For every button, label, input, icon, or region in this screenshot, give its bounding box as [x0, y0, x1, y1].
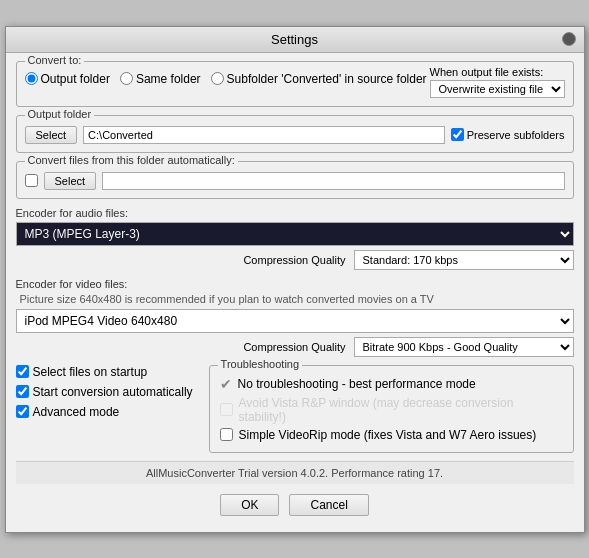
audio-encoder-section: Encoder for audio files: MP3 (MPEG Layer…: [16, 207, 574, 270]
video-compression-row: Compression Quality Bitrate 900 Kbps - G…: [16, 337, 574, 357]
troubleshoot-content: ✔ No troubleshooting - best performance …: [220, 372, 563, 442]
no-troubleshoot-row: ✔ No troubleshooting - best performance …: [220, 376, 563, 392]
advanced-mode-label: Advanced mode: [33, 405, 120, 419]
output-folder-select-btn[interactable]: Select: [25, 126, 78, 144]
checkboxes-col: Select files on startup Start conversion…: [16, 365, 193, 453]
convert-to-section: Convert to: Output folder Same folder Su…: [16, 61, 574, 107]
footer-bar: AllMusicConverter Trial version 4.0.2. P…: [16, 461, 574, 484]
buttons-row: OK Cancel: [16, 490, 574, 524]
when-output-section: When output file exists: Overwrite exist…: [430, 66, 565, 98]
start-conversion-row[interactable]: Start conversion automatically: [16, 385, 193, 399]
radio-same-folder[interactable]: Same folder: [120, 72, 201, 86]
troubleshooting-box: Troubleshooting ✔ No troubleshooting - b…: [209, 365, 574, 453]
radio-same-folder-label: Same folder: [136, 72, 201, 86]
advanced-mode-row[interactable]: Advanced mode: [16, 405, 193, 419]
auto-convert-path-input[interactable]: [102, 172, 564, 190]
select-files-label: Select files on startup: [33, 365, 148, 379]
radio-same-folder-input[interactable]: [120, 72, 133, 85]
preserve-subfolders-label[interactable]: Preserve subfolders: [451, 128, 565, 141]
ok-button[interactable]: OK: [220, 494, 279, 516]
avoid-vista-text: Avoid Vista R&P window (may decrease con…: [239, 396, 563, 424]
no-troubleshoot-text: No troubleshooting - best performance mo…: [238, 377, 476, 391]
audio-encoder-select[interactable]: MP3 (MPEG Layer-3) AAC OGG WMA FLAC: [16, 222, 574, 246]
video-encoder-select[interactable]: iPod MPEG4 Video 640x480 AVI MP4 MOV: [16, 309, 574, 333]
audio-compression-row: Compression Quality Standard: 170 kbps H…: [16, 250, 574, 270]
troubleshooting-title: Troubleshooting: [218, 358, 302, 370]
radio-subfolder-input[interactable]: [211, 72, 224, 85]
auto-convert-select-btn[interactable]: Select: [44, 172, 97, 190]
video-encoder-label: Encoder for video files:: [16, 278, 574, 290]
radio-output-folder-label: Output folder: [41, 72, 110, 86]
video-compression-label: Compression Quality: [243, 341, 345, 353]
advanced-mode-checkbox[interactable]: [16, 405, 29, 418]
video-encoder-note: Picture size 640x480 is recommended if y…: [16, 293, 574, 305]
footer-text: AllMusicConverter Trial version 4.0.2. P…: [146, 467, 443, 479]
auto-convert-checkbox[interactable]: [25, 174, 38, 187]
when-output-label: When output file exists:: [430, 66, 544, 78]
convert-to-label: Convert to:: [25, 54, 85, 66]
title-bar: Settings: [6, 27, 584, 53]
radio-output-folder-input[interactable]: [25, 72, 38, 85]
simple-videorip-text: Simple VideoRip mode (fixes Vista and W7…: [239, 428, 537, 442]
avoid-vista-checkbox[interactable]: [220, 403, 233, 416]
output-folder-row: Select Preserve subfolders: [25, 120, 565, 144]
avoid-vista-row[interactable]: Avoid Vista R&P window (may decrease con…: [220, 396, 563, 424]
preserve-subfolders-checkbox[interactable]: [451, 128, 464, 141]
auto-convert-row: Select: [25, 166, 565, 190]
start-conversion-label: Start conversion automatically: [33, 385, 193, 399]
audio-encoder-label: Encoder for audio files:: [16, 207, 574, 219]
close-button[interactable]: [562, 32, 576, 46]
auto-convert-section: Convert files from this folder automatic…: [16, 161, 574, 199]
cancel-button[interactable]: Cancel: [289, 494, 368, 516]
window-title: Settings: [28, 32, 562, 47]
preserve-subfolders-text: Preserve subfolders: [467, 129, 565, 141]
output-folder-section: Output folder Select Preserve subfolders: [16, 115, 574, 153]
convert-to-top: Output folder Same folder Subfolder 'Con…: [25, 66, 565, 98]
video-compression-select[interactable]: Bitrate 900 Kbps - Good Quality Bitrate …: [354, 337, 574, 357]
settings-window: Settings Convert to: Output folder Same …: [5, 26, 585, 533]
video-encoder-section: Encoder for video files: Picture size 64…: [16, 278, 574, 357]
audio-compression-select[interactable]: Standard: 170 kbps High: 320 kbps Low: 1…: [354, 250, 574, 270]
select-files-row[interactable]: Select files on startup: [16, 365, 193, 379]
convert-to-radios: Output folder Same folder Subfolder 'Con…: [25, 66, 427, 86]
simple-videorip-row[interactable]: Simple VideoRip mode (fixes Vista and W7…: [220, 428, 563, 442]
main-content: Convert to: Output folder Same folder Su…: [6, 53, 584, 532]
output-folder-label: Output folder: [25, 108, 95, 120]
window-controls: [562, 32, 576, 46]
check-icon-no-troubleshoot: ✔: [220, 376, 232, 392]
when-output-select[interactable]: Overwrite existing file Ask Skip: [430, 80, 565, 98]
output-folder-path-input[interactable]: [83, 126, 445, 144]
radio-subfolder[interactable]: Subfolder 'Converted' in source folder: [211, 72, 427, 86]
radio-output-folder[interactable]: Output folder: [25, 72, 110, 86]
audio-compression-label: Compression Quality: [243, 254, 345, 266]
radio-subfolder-label: Subfolder 'Converted' in source folder: [227, 72, 427, 86]
simple-videorip-checkbox[interactable]: [220, 428, 233, 441]
auto-convert-label: Convert files from this folder automatic…: [25, 154, 238, 166]
checkboxes-troubleshoot-section: Select files on startup Start conversion…: [16, 365, 574, 453]
start-conversion-checkbox[interactable]: [16, 385, 29, 398]
select-files-checkbox[interactable]: [16, 365, 29, 378]
